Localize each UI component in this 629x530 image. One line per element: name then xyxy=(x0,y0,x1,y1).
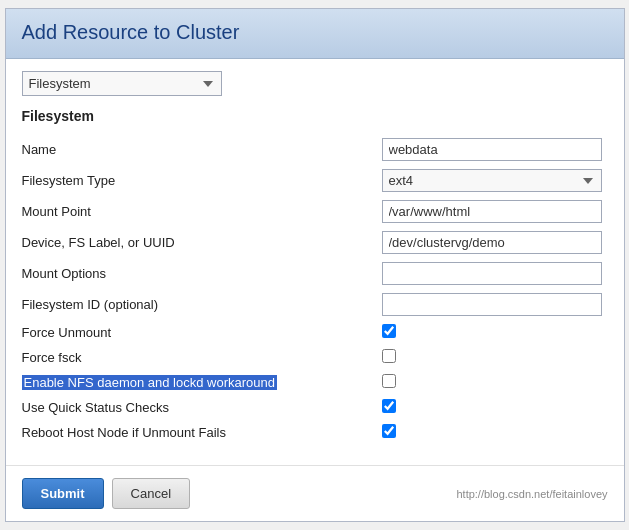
fs-id-label: Filesystem ID (optional) xyxy=(22,289,382,320)
fs-id-input[interactable] xyxy=(382,293,602,316)
quick-status-row: Use Quick Status Checks xyxy=(22,395,608,420)
nfs-checkbox[interactable] xyxy=(382,374,396,388)
mount-options-row: Mount Options xyxy=(22,258,608,289)
device-input[interactable] xyxy=(382,231,602,254)
name-input[interactable] xyxy=(382,138,602,161)
nfs-row: Enable NFS daemon and lockd workaround xyxy=(22,370,608,395)
force-fsck-checkbox[interactable] xyxy=(382,349,396,363)
name-row: Name xyxy=(22,134,608,165)
submit-button[interactable]: Submit xyxy=(22,478,104,509)
mount-point-row: Mount Point xyxy=(22,196,608,227)
footer-url: http://blog.csdn.net/feitainlovey xyxy=(456,488,607,500)
reboot-row: Reboot Host Node if Unmount Fails xyxy=(22,420,608,445)
mount-options-input[interactable] xyxy=(382,262,602,285)
reboot-label: Reboot Host Node if Unmount Fails xyxy=(22,420,382,445)
device-label: Device, FS Label, or UUID xyxy=(22,227,382,258)
fs-id-row: Filesystem ID (optional) xyxy=(22,289,608,320)
name-label: Name xyxy=(22,134,382,165)
dialog-title: Add Resource to Cluster xyxy=(22,21,608,44)
add-resource-dialog: Add Resource to Cluster Filesystem IP Ad… xyxy=(5,8,625,522)
force-unmount-checkbox[interactable] xyxy=(382,324,396,338)
reboot-checkbox[interactable] xyxy=(382,424,396,438)
quick-status-checkbox[interactable] xyxy=(382,399,396,413)
dialog-header: Add Resource to Cluster xyxy=(6,9,624,59)
section-title: Filesystem xyxy=(22,108,608,124)
force-unmount-row: Force Unmount xyxy=(22,320,608,345)
dialog-body: Filesystem IP Address Script NFS Mount F… xyxy=(6,59,624,457)
form-table: Name Filesystem Type ext4 ext3 ext2 xfs … xyxy=(22,134,608,445)
device-row: Device, FS Label, or UUID xyxy=(22,227,608,258)
nfs-label: Enable NFS daemon and lockd workaround xyxy=(22,375,277,390)
mount-options-label: Mount Options xyxy=(22,258,382,289)
fs-type-select[interactable]: ext4 ext3 ext2 xfs btrfs xyxy=(382,169,602,192)
dialog-footer: Submit Cancel http://blog.csdn.net/feita… xyxy=(6,465,624,521)
force-fsck-row: Force fsck xyxy=(22,345,608,370)
mount-point-input[interactable] xyxy=(382,200,602,223)
quick-status-label: Use Quick Status Checks xyxy=(22,395,382,420)
resource-type-select[interactable]: Filesystem IP Address Script NFS Mount xyxy=(22,71,222,96)
force-fsck-label: Force fsck xyxy=(22,345,382,370)
resource-select-row: Filesystem IP Address Script NFS Mount xyxy=(22,71,608,96)
mount-point-label: Mount Point xyxy=(22,196,382,227)
force-unmount-label: Force Unmount xyxy=(22,320,382,345)
fs-type-row: Filesystem Type ext4 ext3 ext2 xfs btrfs xyxy=(22,165,608,196)
fs-type-label: Filesystem Type xyxy=(22,165,382,196)
cancel-button[interactable]: Cancel xyxy=(112,478,190,509)
